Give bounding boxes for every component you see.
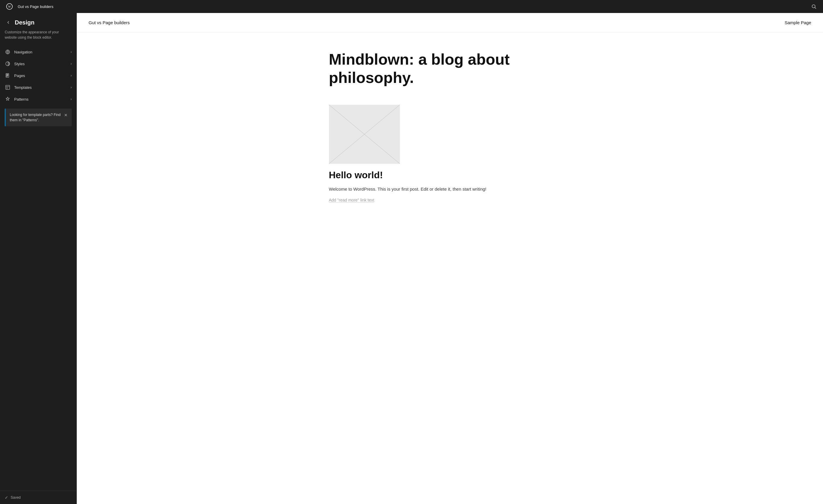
navigation-icon: [5, 49, 11, 55]
sidebar-header: Design: [0, 13, 76, 29]
sidebar-footer: ✓ Saved: [0, 491, 76, 504]
svg-text:W: W: [8, 5, 11, 8]
sidebar-item-navigation[interactable]: Navigation ›: [0, 46, 76, 58]
svg-rect-8: [6, 74, 8, 75]
sidebar-item-templates[interactable]: Templates ›: [0, 81, 76, 93]
post-thumbnail: [329, 105, 400, 164]
wp-logo-icon: W: [5, 2, 14, 11]
sidebar-item-pages[interactable]: Pages ›: [0, 70, 76, 81]
chevron-right-icon-styles: ›: [70, 62, 72, 66]
read-more-link[interactable]: Add "read more" link text: [329, 198, 374, 203]
post-excerpt: Welcome to WordPress. This is your first…: [329, 185, 571, 193]
sidebar-item-label-patterns: Patterns: [14, 97, 67, 101]
svg-line-3: [815, 7, 816, 9]
notification-box: Looking for template parts? Find them in…: [5, 108, 72, 126]
post-card: Hello world! Welcome to WordPress. This …: [329, 105, 571, 203]
site-header: Gut vs Page builders Sample Page: [77, 13, 823, 32]
topbar-site-title: Gut vs Page builders: [18, 4, 53, 9]
notification-text: Looking for template parts? Find them in…: [10, 112, 61, 123]
svg-point-2: [812, 5, 815, 8]
sidebar: Design Customize the appearance of your …: [0, 13, 77, 504]
search-button[interactable]: [809, 2, 818, 11]
blog-title: Mindblown: a blog about philosophy.: [329, 50, 571, 87]
site-name: Gut vs Page builders: [89, 20, 130, 25]
sidebar-item-label-styles: Styles: [14, 62, 67, 66]
chevron-right-icon-patterns: ›: [70, 97, 72, 101]
back-button[interactable]: [5, 19, 12, 26]
site-content: Mindblown: a blog about philosophy. Hell…: [317, 32, 583, 232]
sidebar-item-label-pages: Pages: [14, 73, 67, 78]
main-layout: Design Customize the appearance of your …: [0, 13, 823, 504]
saved-check-icon: ✓: [5, 495, 8, 500]
svg-rect-10: [6, 76, 7, 77]
sidebar-description: Customize the appearance of your website…: [0, 29, 76, 46]
sidebar-title: Design: [15, 19, 34, 26]
sidebar-item-label-navigation: Navigation: [14, 50, 67, 54]
sample-page-link[interactable]: Sample Page: [785, 20, 811, 25]
top-bar: W Gut vs Page builders: [0, 0, 823, 13]
svg-rect-9: [6, 75, 8, 76]
svg-rect-11: [6, 85, 10, 89]
sidebar-nav: Navigation › Styles ›: [0, 46, 76, 105]
pages-icon: [5, 72, 11, 78]
preview-area: Gut vs Page builders Sample Page Mindblo…: [77, 13, 823, 504]
sidebar-item-label-templates: Templates: [14, 85, 67, 90]
notification-close-button[interactable]: ✕: [63, 112, 68, 118]
styles-icon: [5, 61, 11, 67]
chevron-right-icon-navigation: ›: [70, 50, 72, 54]
saved-label: Saved: [11, 495, 21, 500]
templates-icon: [5, 84, 11, 90]
sidebar-item-styles[interactable]: Styles ›: [0, 58, 76, 70]
post-title: Hello world!: [329, 170, 571, 181]
sidebar-item-patterns[interactable]: Patterns ›: [0, 93, 76, 105]
patterns-icon: [5, 96, 11, 102]
chevron-right-icon-pages: ›: [70, 73, 72, 78]
chevron-right-icon-templates: ›: [70, 85, 72, 89]
